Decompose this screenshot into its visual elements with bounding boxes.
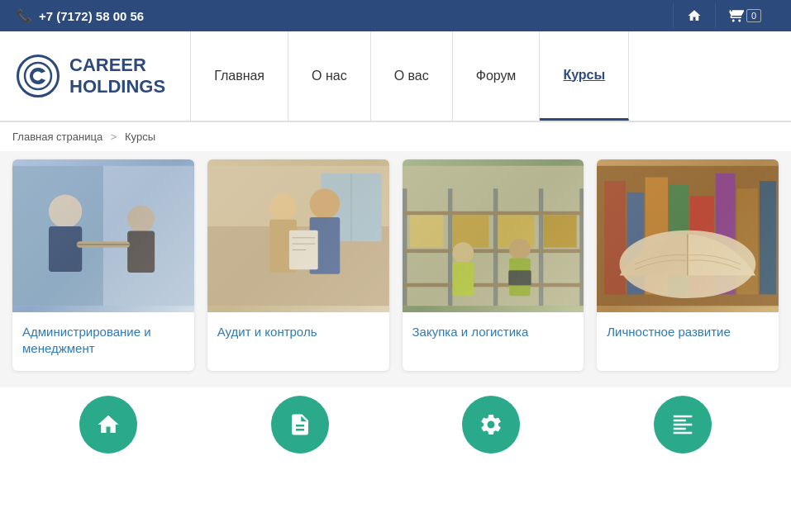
personal-photo-placeholder [597, 159, 779, 312]
svg-point-37 [509, 239, 531, 260]
svg-rect-36 [452, 262, 474, 296]
svg-rect-32 [452, 215, 488, 247]
brand-name: CAREER HOLDINGS [69, 55, 165, 98]
header: CAREER HOLDINGS Главная О нас О вас Фору… [0, 31, 791, 122]
logo-link[interactable]: CAREER HOLDINGS [0, 31, 191, 121]
breadcrumb-separator: > [111, 131, 117, 143]
card-admin[interactable]: Администрирование и менеджмент [12, 159, 194, 371]
card-personal-label: Личностное развитие [597, 312, 779, 355]
nav-home[interactable]: Главная [191, 31, 288, 121]
breadcrumb-home-link[interactable]: Главная страница [12, 131, 102, 143]
logo-icon [17, 55, 60, 97]
svg-rect-25 [493, 188, 497, 306]
bottom-circle-3 [462, 396, 520, 454]
breadcrumb-current: Курсы [125, 131, 155, 143]
bottom-circle-2 [271, 396, 329, 454]
cart-badge: 0 [746, 9, 761, 22]
card-admin-label: Администрирование и менеджмент [12, 312, 194, 371]
bottom-circle-1 [79, 396, 137, 454]
svg-point-35 [452, 242, 474, 264]
nav-aboutyou[interactable]: О вас [371, 31, 453, 121]
nav-forum[interactable]: Форум [453, 31, 541, 121]
top-bar: 📞 +7 (7172) 58 00 56 0 [0, 0, 791, 31]
bottom-teasers [0, 387, 791, 462]
svg-point-5 [127, 205, 155, 232]
card-logistics[interactable]: Закупка и логистика [403, 159, 584, 371]
nav-courses[interactable]: Курсы [540, 31, 629, 121]
admin-photo-placeholder [12, 159, 194, 312]
home-icon-button[interactable] [673, 3, 715, 28]
audit-photo-placeholder [207, 159, 389, 312]
svg-rect-27 [579, 188, 584, 306]
svg-rect-34 [543, 215, 576, 247]
cards-grid: Администрирование и менеджмент [12, 159, 779, 371]
card-audit-image [207, 159, 389, 312]
card-logistics-image [403, 159, 584, 312]
svg-point-15 [309, 188, 340, 219]
card-logistics-label: Закупка и логистика [403, 312, 584, 355]
svg-rect-23 [403, 188, 407, 306]
bottom-teaser-3[interactable] [396, 396, 588, 454]
phone-number: +7 (7172) 58 00 56 [39, 9, 144, 23]
phone-icon: 📞 [17, 8, 32, 23]
svg-rect-4 [49, 226, 82, 272]
svg-point-0 [25, 63, 51, 89]
svg-rect-42 [604, 181, 626, 294]
phone-info: 📞 +7 (7172) 58 00 56 [17, 8, 144, 23]
cart-icon-button[interactable]: 0 [715, 3, 774, 28]
svg-rect-24 [447, 188, 451, 306]
card-audit-label: Аудит и контроль [207, 312, 389, 355]
card-personal[interactable]: Личностное развитие [597, 159, 779, 371]
logistics-photo-placeholder [403, 159, 584, 312]
card-admin-image [12, 159, 194, 312]
bottom-teaser-2[interactable] [204, 396, 396, 454]
svg-rect-6 [127, 231, 155, 273]
main-nav: Главная О нас О вас Форум Курсы [191, 31, 791, 121]
svg-rect-49 [760, 181, 776, 294]
svg-rect-28 [403, 211, 584, 216]
svg-rect-29 [403, 249, 584, 254]
nav-about[interactable]: О нас [288, 31, 371, 121]
svg-point-3 [49, 195, 82, 228]
bottom-teaser-1[interactable] [12, 396, 204, 454]
svg-rect-31 [410, 215, 443, 247]
card-audit[interactable]: Аудит и контроль [207, 159, 389, 371]
top-bar-actions: 0 [673, 3, 774, 28]
svg-point-13 [269, 194, 297, 221]
card-personal-image [597, 159, 779, 312]
svg-rect-39 [508, 270, 531, 285]
svg-rect-26 [538, 188, 542, 306]
svg-rect-30 [403, 283, 584, 287]
bottom-circle-4 [654, 396, 712, 454]
bottom-teaser-4[interactable] [587, 396, 779, 454]
cards-section: Администрирование и менеджмент [0, 151, 791, 387]
breadcrumb: Главная страница > Курсы [0, 122, 791, 151]
